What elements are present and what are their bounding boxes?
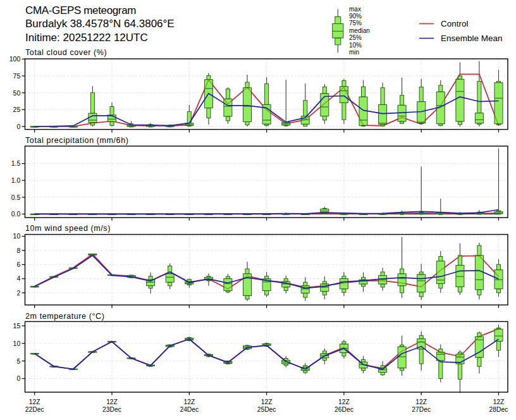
svg-text:CMA-GEPS meteogram: CMA-GEPS meteogram [25,4,136,16]
svg-text:25Dec: 25Dec [257,406,276,413]
svg-text:0: 0 [16,374,20,382]
svg-text:12Z: 12Z [415,398,427,405]
svg-text:Ensemble Mean: Ensemble Mean [441,34,503,43]
svg-text:12Z: 12Z [106,398,118,405]
svg-text:Initime: 20251222 12UTC: Initime: 20251222 12UTC [25,32,148,44]
svg-text:0: 0 [16,123,20,130]
svg-text:15: 15 [13,322,21,330]
svg-text:12Z: 12Z [338,398,350,405]
svg-text:Burdalyk 38.4578°N 64.3806°E: Burdalyk 38.4578°N 64.3806°E [25,18,175,30]
svg-text:26Dec: 26Dec [335,406,353,413]
svg-text:1.0: 1.0 [11,176,21,184]
svg-text:12Z: 12Z [493,398,505,405]
svg-text:28Dec: 28Dec [489,406,508,413]
svg-text:12Z: 12Z [183,398,195,405]
svg-text:12Z: 12Z [29,398,40,405]
svg-text:Total precipitation (mm/6h): Total precipitation (mm/6h) [25,136,128,145]
svg-text:min: min [349,49,359,56]
svg-text:10: 10 [13,232,21,240]
svg-text:22Dec: 22Dec [25,406,44,413]
svg-text:50: 50 [13,89,21,97]
svg-text:100: 100 [9,55,21,63]
svg-text:2: 2 [16,289,20,297]
svg-text:27Dec: 27Dec [412,406,431,413]
svg-text:23Dec: 23Dec [102,406,121,413]
svg-text:25%: 25% [349,34,362,41]
svg-text:Total cloud cover (%): Total cloud cover (%) [25,48,107,57]
svg-text:90%: 90% [349,13,362,20]
svg-text:2m temperature (°C): 2m temperature (°C) [25,312,104,321]
svg-text:0.0: 0.0 [11,210,21,218]
svg-text:12Z: 12Z [261,398,273,405]
svg-text:Control: Control [441,19,469,28]
svg-text:median: median [349,27,370,34]
svg-text:25: 25 [13,106,21,113]
svg-text:10: 10 [13,340,21,347]
svg-text:10m wind speed (m/s): 10m wind speed (m/s) [25,224,111,233]
svg-text:max: max [349,6,361,13]
svg-text:10%: 10% [349,42,362,49]
svg-text:8: 8 [16,247,20,254]
svg-text:1.5: 1.5 [11,159,21,167]
svg-text:75: 75 [13,72,21,80]
svg-text:4: 4 [16,275,20,282]
svg-text:75%: 75% [349,20,362,27]
svg-text:0.5: 0.5 [11,194,21,201]
svg-text:5: 5 [16,357,20,365]
svg-text:24Dec: 24Dec [180,406,199,413]
svg-text:6: 6 [16,261,20,268]
